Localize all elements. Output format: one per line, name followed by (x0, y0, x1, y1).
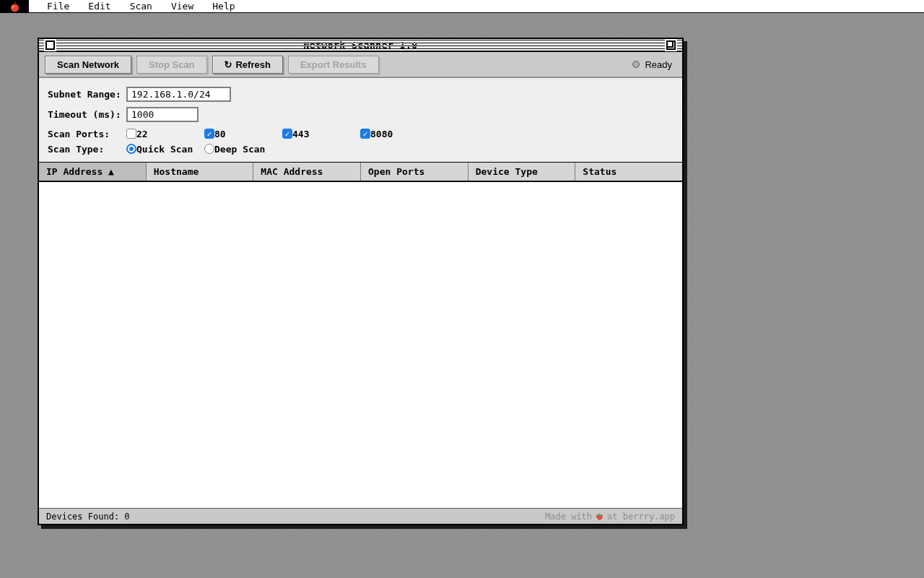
quick-scan-radio[interactable] (126, 144, 136, 154)
status-dot-icon (632, 61, 640, 68)
menu-edit[interactable]: Edit (79, 0, 120, 12)
port-80-checkbox-label: 80 (214, 129, 226, 139)
column-hostname[interactable]: Hostname (147, 163, 254, 181)
scan-settings-panel: Subnet Range: Timeout (ms): Scan Ports: … (39, 78, 682, 162)
scan-network-button[interactable]: Scan Network (45, 56, 131, 74)
port-22-checkbox[interactable] (126, 129, 136, 139)
menu-file[interactable]: File (38, 0, 79, 12)
menu-view[interactable]: View (162, 0, 203, 12)
credit-label: Made with at berrry.app (545, 512, 675, 522)
menu-bar: FileEditScanViewHelp (0, 0, 924, 13)
subnet-range-input[interactable] (126, 87, 231, 102)
refresh-button[interactable]: ↻Refresh (212, 56, 283, 74)
results-table-body (39, 182, 682, 508)
quick-scan-radio-label: Quick Scan (136, 144, 193, 155)
port-8080-checkbox[interactable]: ✓ (360, 129, 370, 139)
scan-type-label: Scan Type: (48, 144, 126, 155)
deep-scan-radio-label: Deep Scan (214, 144, 265, 155)
status-bar: Devices Found: 0 Made with at berrry.app (39, 508, 682, 524)
toolbar: Scan NetworkStop Scan↻RefreshExport Resu… (39, 52, 682, 78)
stop-scan-button[interactable]: Stop Scan (136, 56, 207, 74)
zoom-box-icon[interactable] (666, 40, 676, 50)
column-device-type[interactable]: Device Type (468, 163, 576, 181)
results-table-header: IP Address ▲HostnameMAC AddressOpen Port… (39, 162, 682, 182)
devices-found-label: Devices Found: 0 (46, 512, 130, 522)
deep-scan-radio[interactable] (204, 144, 214, 154)
export-results-button[interactable]: Export Results (288, 56, 379, 74)
refresh-icon: ↻ (225, 59, 232, 70)
column-status[interactable]: Status (575, 163, 682, 181)
port-checkbox-group: 22✓80✓443✓8080 (126, 129, 438, 139)
port-22-checkbox-label: 22 (136, 129, 148, 139)
status-indicator: Ready (632, 59, 676, 70)
window-titlebar[interactable]: Network Scanner 1.0 (39, 39, 682, 52)
timeout-input[interactable] (126, 107, 199, 122)
scan-type-radio-group: Quick ScanDeep Scan (126, 144, 282, 155)
scan-ports-label: Scan Ports: (48, 129, 126, 139)
status-label: Ready (645, 59, 672, 70)
window-title: Network Scanner 1.0 (39, 40, 682, 51)
apple-menu[interactable] (0, 0, 29, 13)
port-443-checkbox-label: 443 (292, 129, 309, 139)
column-open-ports[interactable]: Open Ports (361, 163, 468, 181)
column-mac-address[interactable]: MAC Address (253, 163, 361, 181)
port-8080-checkbox-label: 8080 (370, 129, 393, 139)
subnet-range-label: Subnet Range: (48, 89, 126, 100)
menu-scan[interactable]: Scan (121, 0, 162, 12)
network-scanner-window: Network Scanner 1.0 Scan NetworkStop Sca… (38, 38, 684, 525)
menu-items: FileEditScanViewHelp (29, 0, 245, 12)
port-443-checkbox[interactable]: ✓ (282, 129, 292, 139)
toolbar-buttons: Scan NetworkStop Scan↻RefreshExport Resu… (45, 56, 384, 74)
menu-help[interactable]: Help (203, 0, 244, 12)
port-80-checkbox[interactable]: ✓ (204, 129, 214, 139)
strawberry-icon (596, 512, 603, 521)
apple-logo-icon (10, 1, 19, 12)
column-ip-address[interactable]: IP Address ▲ (39, 163, 147, 181)
timeout-label: Timeout (ms): (48, 109, 126, 120)
